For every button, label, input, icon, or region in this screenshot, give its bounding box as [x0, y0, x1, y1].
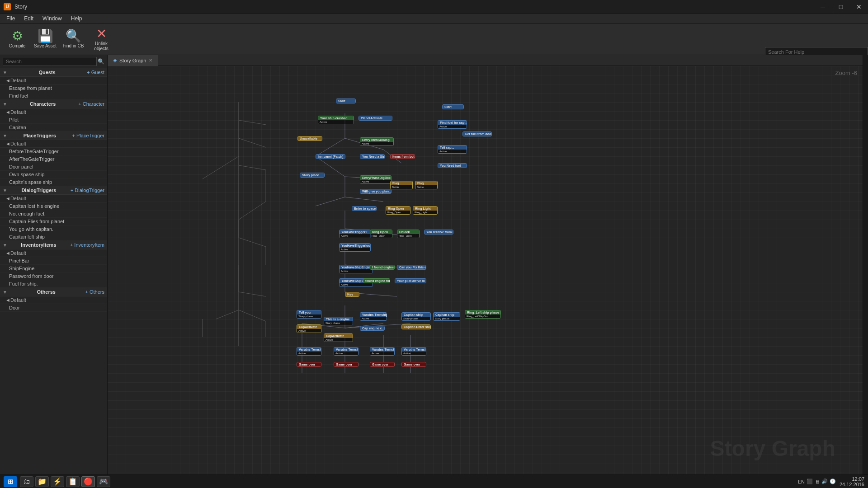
list-item[interactable]: Capitan lost his engine	[0, 202, 107, 210]
node-cap-engine-c: Cap engine c...	[360, 326, 385, 331]
node-start2: Start	[442, 104, 464, 109]
save-icon: 💾	[38, 30, 53, 42]
inventoryitems-title: InventoryItems	[21, 242, 56, 248]
node-this-is-engine: This is a engine Story phase	[324, 317, 353, 325]
node-entry-phase: EntryPhaseDlgBox Active	[360, 175, 392, 184]
node-start: Start	[336, 99, 356, 103]
compile-button[interactable]: ⚙ Compile	[4, 25, 31, 53]
node-ring-leftship: Ring_Left ship phase Ring_LeftShipBtn	[465, 310, 501, 319]
window-controls: ─ □ ✕	[814, 0, 868, 14]
menu-file[interactable]: File	[2, 14, 19, 23]
add-dialogtrigger-button[interactable]: + DialogTrigger	[71, 188, 104, 193]
find-in-cb-button[interactable]: 🔍 Find in CB	[60, 25, 87, 53]
graph-area[interactable]: ◈ Story Graph ✕ Zoom -6	[108, 55, 863, 474]
list-item[interactable]: Password from door	[0, 272, 107, 280]
node-flag2: Flag Battle	[415, 181, 438, 189]
placetriggers-default: ◄Default	[0, 140, 107, 148]
list-item[interactable]: Door	[0, 304, 107, 312]
node-ring-light: Ring Light Ring_Light	[413, 206, 438, 215]
svg-line-12	[216, 310, 239, 319]
section-characters[interactable]: ▼ Characters + Character	[0, 100, 107, 108]
section-otherss[interactable]: ▼ Otherss + Others	[0, 288, 107, 296]
node-gameover1: Game over	[297, 362, 321, 367]
add-others-button[interactable]: + Others	[85, 289, 104, 295]
menu-window[interactable]: Window	[38, 14, 66, 23]
menu-edit[interactable]: Edit	[19, 14, 38, 23]
node-found-engine2: found engine for	[363, 278, 390, 283]
panel-search-input[interactable]	[3, 57, 97, 66]
window-title: Story	[14, 4, 27, 10]
svg-line-3	[203, 156, 239, 179]
svg-line-17	[316, 138, 345, 156]
node-found-engine: I found engine for...	[370, 265, 395, 270]
list-item[interactable]: Capitan left ship	[0, 233, 107, 241]
node-you-need-fuel: You Need fuel	[438, 163, 467, 168]
node-capitan-leaveship: Capitan ship Story phase	[433, 312, 460, 321]
minimize-button[interactable]: ─	[814, 0, 832, 14]
svg-line-27	[383, 233, 401, 235]
list-item[interactable]: Captain Flies from planet	[0, 218, 107, 225]
taskbar-item[interactable]: 📋	[66, 476, 80, 487]
zoom-label: Zoom -6	[835, 70, 857, 76]
list-item[interactable]: Door panel	[0, 163, 107, 171]
node-key: Key	[345, 292, 359, 297]
node-gameover4: Game over	[401, 362, 426, 367]
graph-tab[interactable]: ◈ Story Graph ✕	[108, 55, 158, 66]
start-button[interactable]: ⊞	[4, 476, 17, 487]
section-quests[interactable]: ▼ Quests + Guest	[0, 68, 107, 77]
save-asset-button[interactable]: 💾 Save Asset	[32, 25, 59, 53]
section-placetriggers[interactable]: ▼ PlaceTriggers + PlaceTrigger	[0, 131, 107, 140]
list-item[interactable]: Capitn's spase ship	[0, 178, 107, 186]
node-youhave-pass: YouHaveTrigger? Active	[339, 230, 371, 238]
inventoryitems-arrow: ▼	[3, 243, 7, 248]
list-item[interactable]: ShipEngine	[0, 265, 107, 272]
list-item[interactable]: Capitan	[0, 124, 107, 131]
svg-line-2	[239, 138, 266, 147]
list-item[interactable]: AfterTheGateTrigger	[0, 155, 107, 163]
graph-connections	[108, 66, 863, 474]
add-character-button[interactable]: + Character	[78, 101, 104, 107]
list-item[interactable]: Fuel for ship.	[0, 280, 107, 288]
section-inventoryitems[interactable]: ▼ InventoryItems + InventoryItem	[0, 241, 107, 249]
close-button[interactable]: ✕	[850, 0, 868, 14]
characters-default: ◄Default	[0, 108, 107, 116]
node-varutns-ternship: Varutns Ternship Active	[360, 312, 387, 321]
menu-help[interactable]: Help	[66, 14, 87, 23]
list-item[interactable]: Not enough fuel.	[0, 210, 107, 218]
node-ring-open: Ring Open Ring_Open	[386, 206, 410, 215]
list-item[interactable]: Own spase ship	[0, 171, 107, 178]
svg-line-4	[239, 165, 266, 170]
list-item[interactable]: You go with capitan.	[0, 225, 107, 233]
taskbar-icon4: 🕐	[830, 479, 836, 484]
list-item[interactable]: PinchBar	[0, 257, 107, 265]
graph-canvas[interactable]: Zoom -6	[108, 66, 863, 474]
svg-line-38	[345, 324, 383, 328]
node-unlock: Unlock Ring_Light	[397, 230, 420, 238]
list-item[interactable]: Escape from planet	[0, 84, 107, 92]
add-placetrigger-button[interactable]: + PlaceTrigger	[72, 133, 104, 138]
list-item[interactable]: Pilot	[0, 116, 107, 124]
node-story-phase1: Tell you Story phase	[297, 310, 321, 319]
taskbar-item[interactable]: 🗂	[20, 476, 33, 487]
section-dialogtriggers[interactable]: ▼ DialogTriggers + DialogTrigger	[0, 186, 107, 195]
node-gameover3: Game over	[370, 362, 395, 367]
clock-date: 24.12.2016	[840, 482, 864, 487]
save-label: Save Asset	[34, 43, 57, 48]
taskbar-icon3: 🔊	[821, 479, 828, 484]
close-tab-button[interactable]: ✕	[149, 58, 152, 63]
taskbar-item[interactable]: 🎮	[97, 476, 110, 487]
menubar: File Edit Window Help	[0, 14, 868, 23]
taskbar-item[interactable]: 📁	[35, 476, 49, 487]
taskbar-items: 🗂 📁 ⚡ 📋 🔴 🎮	[20, 476, 110, 487]
taskbar-item[interactable]: 🔴	[81, 476, 95, 487]
add-inventoryitem-button[interactable]: + InventoryItem	[70, 242, 104, 248]
list-item[interactable]: Find fuel	[0, 92, 107, 100]
node-tell-cap: Tell cap... Active	[438, 145, 467, 154]
unlink-objects-button[interactable]: ✕ Unlink objects	[88, 25, 115, 53]
quests-default: ◄Default	[0, 77, 107, 84]
restore-button[interactable]: □	[832, 0, 850, 14]
add-guest-button[interactable]: + Guest	[87, 70, 104, 75]
compile-icon: ⚙	[12, 30, 23, 42]
list-item[interactable]: BeforeTheGateTrigger	[0, 148, 107, 155]
taskbar-item[interactable]: ⚡	[51, 476, 64, 487]
